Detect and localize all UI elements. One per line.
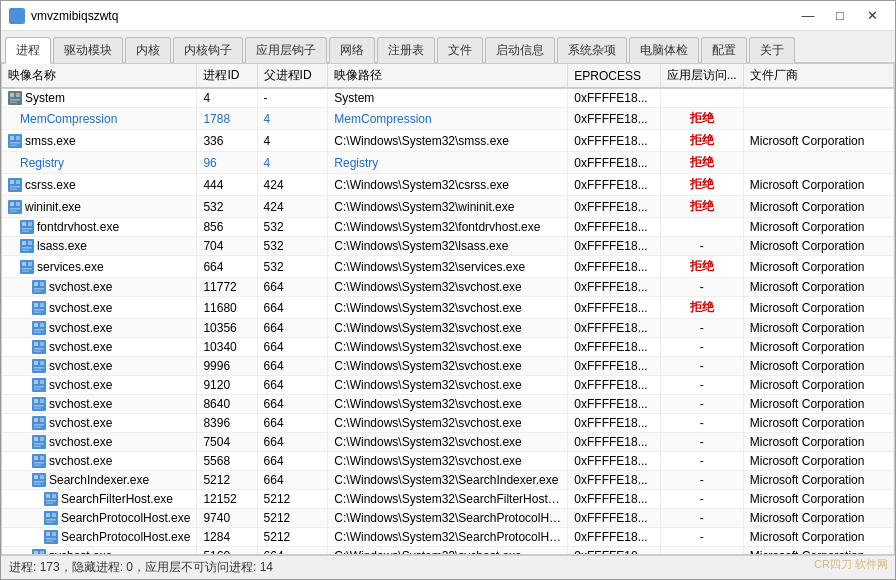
- process-eprocess: 0xFFFFE18...: [568, 395, 660, 414]
- tab-关于[interactable]: 关于: [749, 37, 795, 63]
- process-eprocess: 0xFFFFE18...: [568, 256, 660, 278]
- title-bar-left: vmvzmibiqszwtq: [9, 8, 118, 24]
- process-vendor: Microsoft Corporation: [743, 528, 893, 547]
- table-row[interactable]: svchost.exe11772664C:\Windows\System32\s…: [2, 278, 894, 297]
- process-path: C:\Windows\System32\SearchFilterHost.exe…: [328, 490, 568, 509]
- table-row[interactable]: SearchIndexer.exe5212664C:\Windows\Syste…: [2, 471, 894, 490]
- process-ppid: 664: [257, 357, 328, 376]
- process-name: svchost.exe: [2, 297, 197, 319]
- col-header-进程ID[interactable]: 进程ID: [197, 64, 257, 88]
- table-row[interactable]: SearchFilterHost.exe121525212C:\Windows\…: [2, 490, 894, 509]
- table-row[interactable]: svchost.exe7504664C:\Windows\System32\sv…: [2, 433, 894, 452]
- tab-启动信息[interactable]: 启动信息: [485, 37, 555, 63]
- process-pid: 856: [197, 218, 257, 237]
- process-pid: 532: [197, 196, 257, 218]
- process-access: -: [660, 452, 743, 471]
- svg-rect-34: [22, 270, 29, 272]
- process-access: 拒绝: [660, 297, 743, 319]
- tab-网络[interactable]: 网络: [329, 37, 375, 63]
- table-row[interactable]: fontdrvhost.exe856532C:\Windows\System32…: [2, 218, 894, 237]
- svg-rect-29: [22, 250, 29, 252]
- table-row[interactable]: SearchProtocolHost.exe97405212C:\Windows…: [2, 509, 894, 528]
- tab-文件[interactable]: 文件: [437, 37, 483, 63]
- process-ppid: 532: [257, 218, 328, 237]
- svg-rect-91: [46, 494, 50, 498]
- svg-rect-16: [10, 202, 14, 206]
- process-name: fontdrvhost.exe: [2, 218, 197, 237]
- table-row[interactable]: svchost.exe10356664C:\Windows\System32\s…: [2, 319, 894, 338]
- svg-rect-8: [10, 142, 20, 144]
- process-ppid: 532: [257, 237, 328, 256]
- table-header: 映像名称进程ID父进程ID映像路径EPROCESS应用层访问...文件厂商: [2, 64, 894, 88]
- svg-rect-97: [52, 513, 56, 517]
- table-row[interactable]: smss.exe3364C:\Windows\System32\smss.exe…: [2, 130, 894, 152]
- tab-注册表[interactable]: 注册表: [377, 37, 435, 63]
- table-row[interactable]: svchost.exe9120664C:\Windows\System32\sv…: [2, 376, 894, 395]
- process-eprocess: 0xFFFFE18...: [568, 297, 660, 319]
- svg-rect-49: [34, 332, 41, 334]
- col-header-应用层访问...[interactable]: 应用层访问...: [660, 64, 743, 88]
- table-row[interactable]: SearchProtocolHost.exe12845212C:\Windows…: [2, 528, 894, 547]
- tab-内核钩子[interactable]: 内核钩子: [173, 37, 243, 63]
- table-row[interactable]: svchost.exe5568664C:\Windows\System32\sv…: [2, 452, 894, 471]
- svg-rect-59: [34, 370, 41, 372]
- process-path: C:\Windows\System32\SearchProtocolHost..…: [328, 509, 568, 528]
- process-ppid: 664: [257, 414, 328, 433]
- process-ppid: 664: [257, 376, 328, 395]
- table-row[interactable]: System4-System0xFFFFE18...: [2, 88, 894, 108]
- tab-系统杂项[interactable]: 系统杂项: [557, 37, 627, 63]
- process-path: C:\Windows\System32\svchost.exe: [328, 547, 568, 555]
- col-header-映像名称[interactable]: 映像名称: [2, 64, 197, 88]
- process-access: -: [660, 376, 743, 395]
- tab-应用层钩子[interactable]: 应用层钩子: [245, 37, 327, 63]
- tab-配置[interactable]: 配置: [701, 37, 747, 63]
- table-row[interactable]: svchost.exe5160664C:\Windows\System32\sv…: [2, 547, 894, 555]
- svg-rect-38: [34, 288, 44, 290]
- process-ppid: 664: [257, 338, 328, 357]
- table-row[interactable]: svchost.exe11680664C:\Windows\System32\s…: [2, 297, 894, 319]
- process-path: C:\Windows\System32\services.exe: [328, 256, 568, 278]
- process-table-container[interactable]: 映像名称进程ID父进程ID映像路径EPROCESS应用层访问...文件厂商 Sy…: [2, 64, 894, 554]
- process-pid: 336: [197, 130, 257, 152]
- process-pid: 704: [197, 237, 257, 256]
- tab-内核[interactable]: 内核: [125, 37, 171, 63]
- svg-rect-62: [40, 380, 44, 384]
- col-header-父进程ID[interactable]: 父进程ID: [257, 64, 328, 88]
- col-header-EPROCESS[interactable]: EPROCESS: [568, 64, 660, 88]
- process-access: -: [660, 395, 743, 414]
- table-row[interactable]: svchost.exe10340664C:\Windows\System32\s…: [2, 338, 894, 357]
- table-row[interactable]: svchost.exe8640664C:\Windows\System32\sv…: [2, 395, 894, 414]
- table-row[interactable]: lsass.exe704532C:\Windows\System32\lsass…: [2, 237, 894, 256]
- table-row[interactable]: services.exe664532C:\Windows\System32\se…: [2, 256, 894, 278]
- table-row[interactable]: MemCompression17884MemCompression0xFFFFE…: [2, 108, 894, 130]
- svg-rect-82: [40, 456, 44, 460]
- process-path: C:\Windows\System32\svchost.exe: [328, 297, 568, 319]
- svg-rect-44: [34, 311, 41, 313]
- col-header-映像路径[interactable]: 映像路径: [328, 64, 568, 88]
- svg-rect-64: [34, 389, 41, 391]
- minimize-button[interactable]: —: [793, 5, 823, 27]
- svg-rect-56: [34, 361, 38, 365]
- process-access: [660, 218, 743, 237]
- col-header-文件厂商[interactable]: 文件厂商: [743, 64, 893, 88]
- content-area: 映像名称进程ID父进程ID映像路径EPROCESS应用层访问...文件厂商 Sy…: [1, 63, 895, 555]
- svg-rect-99: [46, 522, 53, 524]
- process-eprocess: 0xFFFFE18...: [568, 319, 660, 338]
- tab-驱动模块[interactable]: 驱动模块: [53, 37, 123, 63]
- window-title: vmvzmibiqszwtq: [31, 9, 118, 23]
- process-access: -: [660, 357, 743, 376]
- process-path: C:\Windows\System32\SearchIndexer.exe: [328, 471, 568, 490]
- tab-电脑体检[interactable]: 电脑体检: [629, 37, 699, 63]
- process-ppid: 664: [257, 547, 328, 555]
- tab-进程[interactable]: 进程: [5, 37, 51, 64]
- maximize-button[interactable]: □: [825, 5, 855, 27]
- close-button[interactable]: ✕: [857, 5, 887, 27]
- table-row[interactable]: svchost.exe8396664C:\Windows\System32\sv…: [2, 414, 894, 433]
- svg-rect-81: [34, 456, 38, 460]
- table-row[interactable]: svchost.exe9996664C:\Windows\System32\sv…: [2, 357, 894, 376]
- table-row[interactable]: csrss.exe444424C:\Windows\System32\csrss…: [2, 174, 894, 196]
- table-row[interactable]: Registry964Registry0xFFFFE18...拒绝: [2, 152, 894, 174]
- table-row[interactable]: wininit.exe532424C:\Windows\System32\win…: [2, 196, 894, 218]
- process-access: -: [660, 471, 743, 490]
- process-vendor: Microsoft Corporation: [743, 338, 893, 357]
